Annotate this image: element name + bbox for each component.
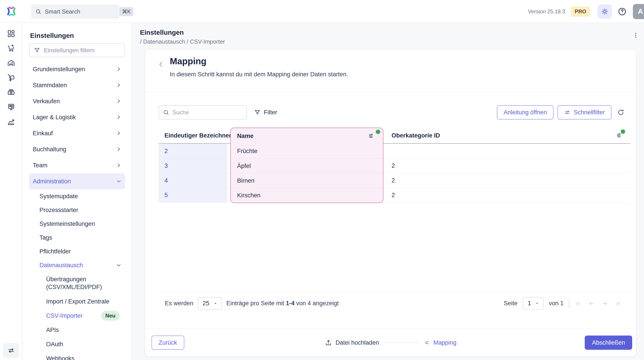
- back-button[interactable]: Zurück: [152, 336, 184, 350]
- sidebar-item-pflichtfelder[interactable]: Pflichtfelder: [29, 244, 125, 258]
- name-column-selected[interactable]: Name FrüchteÄpfelBirnenKirschen: [230, 128, 384, 203]
- column-header-id[interactable]: Eindeutiger Bezeichner: [164, 128, 231, 144]
- sidebar-item-verkaufen[interactable]: Verkaufen: [29, 93, 125, 109]
- sidebar-item-stammdaten[interactable]: Stammdaten: [29, 77, 125, 93]
- caret-down-icon: [534, 301, 540, 306]
- cell-id[interactable]: 3: [159, 159, 227, 173]
- sidebar-filter[interactable]: [29, 43, 125, 57]
- back-chevron-button[interactable]: [156, 59, 166, 69]
- page-size-select[interactable]: 25: [198, 297, 222, 310]
- chart-icon[interactable]: [7, 117, 16, 126]
- sidebar-item-label: CSV-Importer: [46, 312, 101, 319]
- cell-id[interactable]: 5: [159, 188, 227, 202]
- sidebar-item-label: Systemupdate: [40, 193, 122, 200]
- chevron-right-icon: [116, 66, 122, 72]
- cell-parent-id[interactable]: 2: [392, 188, 395, 202]
- sidebar-item-lager-logistik[interactable]: Lager & Logistik: [29, 109, 125, 125]
- sidebar-item-einkauf[interactable]: Einkauf: [29, 125, 125, 141]
- cash-icon[interactable]: [7, 88, 16, 97]
- sidebar-item-übertragungen-csv-xml-edi-pdf-[interactable]: Übertragungen (CSV/XML/EDI/PDF): [29, 272, 125, 294]
- sidebar-item-csv-importer[interactable]: CSV-ImporterNeu: [29, 309, 125, 323]
- main-area: Einstellungen / Datenaustausch / CSV-Imp…: [132, 23, 644, 360]
- divider: [569, 299, 569, 308]
- last-page-icon[interactable]: [615, 300, 622, 307]
- step-upload[interactable]: Datei hochladen: [325, 339, 379, 346]
- page-select[interactable]: 1: [523, 297, 544, 310]
- filter-button[interactable]: Filter: [254, 105, 277, 120]
- sidebar-item-prozessstarter[interactable]: Prozessstarter: [29, 203, 125, 217]
- sidebar-filter-input[interactable]: [44, 47, 120, 54]
- user-avatar[interactable]: A: [633, 4, 644, 19]
- arrow-left-icon[interactable]: [588, 300, 595, 307]
- open-guide-button[interactable]: Anleitung öffnen: [497, 105, 554, 120]
- cell-id[interactable]: 4: [159, 173, 227, 188]
- cell-name[interactable]: Früchte: [231, 144, 383, 159]
- first-page-icon[interactable]: [575, 300, 582, 307]
- smart-search[interactable]: ⌘K: [31, 4, 120, 19]
- sliders-icon: [564, 109, 570, 116]
- sidebar-title: Einstellungen: [29, 32, 125, 39]
- cell-name[interactable]: Birnen: [231, 173, 383, 188]
- mapping-card: Mapping In diesem Schritt kannst du mit …: [145, 49, 636, 357]
- table-search-input[interactable]: [172, 109, 247, 116]
- column-settings-icon[interactable]: [368, 133, 374, 139]
- grid-icon[interactable]: [7, 29, 16, 38]
- chevron-right-icon: [116, 82, 122, 88]
- quickfilter-button[interactable]: Schnellfilter: [558, 105, 612, 120]
- page-menu-button[interactable]: [632, 32, 639, 38]
- cart-up-icon[interactable]: [7, 44, 16, 53]
- sidebar-item-grundeinstellungen[interactable]: Grundeinstellungen: [29, 61, 125, 77]
- help-button[interactable]: [617, 7, 627, 16]
- version-label: Version 25.18.3: [528, 8, 565, 15]
- breadcrumb: / Datenaustausch / CSV-Importer: [140, 38, 644, 45]
- sidebar-item-systemupdate[interactable]: Systemupdate: [29, 189, 125, 203]
- xentral-logo[interactable]: [4, 4, 19, 19]
- column-header-name[interactable]: Name: [237, 128, 254, 144]
- warehouse-icon[interactable]: [7, 58, 16, 67]
- sidebar-item-systemeinstellungen[interactable]: Systemeinstellungen: [29, 217, 125, 231]
- page-label: Seite: [504, 300, 518, 307]
- mapping-icon: [423, 339, 430, 346]
- sidebar-item-datenaustausch[interactable]: Datenaustausch: [29, 258, 125, 272]
- page-title: Einstellungen: [140, 29, 644, 36]
- table-search[interactable]: [159, 105, 247, 120]
- sidebar-item-label: Einkauf: [33, 130, 116, 137]
- sidebar-item-import-export-zentrale[interactable]: Import / Export Zentrale: [29, 294, 125, 309]
- board-icon[interactable]: [7, 103, 16, 112]
- sidebar-item-buchhaltung[interactable]: Buchhaltung: [29, 141, 125, 157]
- sidebar-item-label: APIs: [46, 327, 122, 334]
- settings-gear-button[interactable]: [598, 4, 612, 19]
- pagination-prefix: Es werden: [165, 300, 194, 307]
- transfer-icon[interactable]: [3, 343, 19, 358]
- sidebar-item-label: Datenaustausch: [40, 262, 116, 269]
- sidebar-item-tags[interactable]: Tags: [29, 231, 125, 244]
- sidebar-item-label: Grundeinstellungen: [33, 66, 116, 73]
- step-mapping[interactable]: Mapping: [423, 339, 456, 346]
- cell-id[interactable]: 2: [159, 144, 227, 159]
- step-connector: [384, 343, 418, 343]
- cell-parent-id[interactable]: 2: [392, 159, 395, 173]
- card-subtitle: In diesem Schritt kannst du mit dem Mapp…: [170, 71, 348, 78]
- sidebar-item-label: Webhooks: [46, 355, 122, 360]
- column-header-parent[interactable]: Oberkategorie ID: [392, 128, 440, 144]
- sidebar-item-label: Team: [33, 162, 116, 169]
- cell-parent-id[interactable]: 2: [392, 173, 395, 188]
- refresh-icon[interactable]: [617, 109, 624, 116]
- chevron-right-icon: [116, 114, 122, 120]
- cell-name[interactable]: Äpfel: [231, 159, 383, 173]
- sidebar-item-apis[interactable]: APIs: [29, 323, 125, 337]
- column-settings-icon[interactable]: [616, 132, 622, 138]
- cell-name[interactable]: Kirschen: [231, 188, 383, 202]
- sidebar-item-administration[interactable]: Administration: [29, 173, 125, 189]
- mapping-table: Eindeutiger Bezeichner Oberkategorie ID …: [159, 128, 630, 203]
- finish-button[interactable]: Abschließen: [585, 336, 632, 350]
- pro-badge: PRO: [571, 6, 590, 17]
- arrow-right-icon[interactable]: [602, 300, 608, 307]
- sidebar-item-label: Übertragungen (CSV/XML/EDI/PDF): [46, 275, 122, 291]
- pagination-summary: Einträge pro Seite mit 1-4 von 4 angezei…: [226, 300, 339, 307]
- smart-search-input[interactable]: [45, 8, 120, 15]
- sidebar-item-team[interactable]: Team: [29, 157, 125, 173]
- sidebar-item-oauth[interactable]: OAuth: [29, 337, 125, 351]
- dolly-icon[interactable]: [7, 73, 16, 82]
- sidebar-item-webhooks[interactable]: Webhooks: [29, 351, 125, 360]
